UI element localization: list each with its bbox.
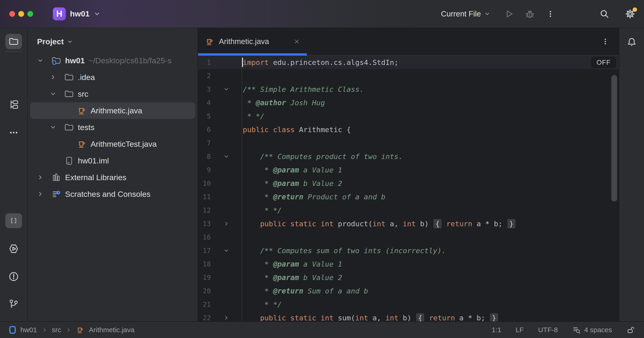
run-configuration-selector[interactable]: Current File <box>441 10 490 18</box>
indent-widget[interactable]: 4 spaces <box>572 325 612 334</box>
java-class-icon <box>75 139 88 149</box>
project-widget[interactable]: H hw01 <box>53 8 100 21</box>
minimize-window-button[interactable] <box>18 11 24 17</box>
tree-row-src[interactable]: src <box>30 86 195 102</box>
chevron-right-icon[interactable] <box>37 174 50 181</box>
code-line-13[interactable]: 13 public static int product(int a, int … <box>198 217 619 230</box>
tree-row-hw01-iml[interactable]: hw01.iml <box>30 152 195 169</box>
structure-tool-window-button[interactable] <box>8 99 19 110</box>
debug-icon[interactable] <box>524 9 535 19</box>
code-line-5[interactable]: 5 * */ <box>198 109 619 123</box>
code-line-22[interactable]: 22 public static int sum(int a, int b) {… <box>198 311 619 321</box>
code-line-6[interactable]: 6public class Arithmetic { <box>198 123 619 136</box>
fold-down-icon[interactable] <box>211 150 242 163</box>
code-line-text: * @param a Value 1 <box>242 257 619 271</box>
close-icon[interactable] <box>294 38 300 45</box>
code-line-9[interactable]: 9 * @param a Value 1 <box>198 163 619 177</box>
breadcrumb-project[interactable]: hw01 <box>20 326 37 334</box>
code-token: @param <box>273 179 299 188</box>
project-panel-header[interactable]: Project <box>37 37 198 46</box>
folded-region-marker[interactable]: } <box>507 219 516 228</box>
more-tool-windows-button[interactable] <box>8 128 19 138</box>
code-line-21[interactable]: 21 * */ <box>198 298 619 311</box>
notifications-bell-icon[interactable] <box>626 37 637 48</box>
code-token: * <box>243 260 273 268</box>
close-window-button[interactable] <box>9 11 15 17</box>
fold-right-icon[interactable] <box>211 217 242 230</box>
folded-region-marker[interactable]: } <box>490 313 498 321</box>
code-line-text: /** Computes sum of two ints (incorrectl… <box>242 244 619 257</box>
code-line-20[interactable]: 20 * @return Sum of a and b <box>198 284 619 298</box>
breadcrumb-file[interactable]: Arithmetic.java <box>89 326 134 334</box>
code-line-2[interactable]: 2 <box>198 69 619 83</box>
project-tool-window-button[interactable] <box>5 34 22 49</box>
code-line-11[interactable]: 11 * @return Product of a and b <box>198 190 619 204</box>
tree-row-scratches-and-consoles[interactable]: Scratches and Consoles <box>30 186 195 202</box>
code-line-17[interactable]: 17 /** Computes sum of two ints (incorre… <box>198 244 619 257</box>
tree-row-arithmetictest-java[interactable]: ArithmeticTest.java <box>30 136 195 152</box>
code-line-10[interactable]: 10 * @param b Value 2 <box>198 177 619 190</box>
code-token: a * b; <box>472 220 507 228</box>
tree-item-label: hw01 <box>65 56 85 65</box>
code-line-19[interactable]: 19 * @param b Value 2 <box>198 271 619 284</box>
tree-row-external-libraries[interactable]: External Libraries <box>30 169 195 186</box>
highlighting-off-badge[interactable]: OFF <box>591 57 616 68</box>
code-token: @param <box>273 166 299 174</box>
services-tool-window-button[interactable] <box>8 243 19 254</box>
folded-region-marker[interactable]: { <box>416 313 424 321</box>
line-number: 7 <box>198 136 211 150</box>
file-lock-icon[interactable] <box>626 326 635 334</box>
search-everywhere-icon[interactable] <box>599 9 610 19</box>
tree-row-arithmetic-java[interactable]: Arithmetic.java <box>30 102 195 119</box>
problems-tool-window-button[interactable] <box>8 271 19 282</box>
chevron-right-icon[interactable] <box>50 74 62 81</box>
folded-region-marker[interactable]: { <box>434 219 442 228</box>
chevron-down-icon[interactable] <box>50 124 62 131</box>
chevron-down-icon[interactable] <box>37 57 50 64</box>
more-actions-icon[interactable] <box>546 9 555 19</box>
code-line-16[interactable]: 16 <box>198 230 619 244</box>
code-token: import <box>243 58 269 67</box>
caret-position-widget[interactable]: 1:1 <box>492 326 501 334</box>
code-line-text: * @param b Value 2 <box>242 177 619 190</box>
code-line-1[interactable]: 1import edu.princeton.cs.algs4.StdIn;OFF <box>198 56 619 69</box>
gutter-spacer <box>211 56 242 69</box>
version-control-tool-window-button[interactable] <box>8 298 19 309</box>
code-line-7[interactable]: 7 <box>198 136 619 150</box>
active-tab-indicator <box>198 53 307 56</box>
breadcrumb-src[interactable]: src <box>52 326 61 334</box>
code-line-text: public class Arithmetic { <box>242 123 619 136</box>
editor-scrollbar[interactable] <box>611 75 617 201</box>
code-line-18[interactable]: 18 * @param a Value 1 <box>198 257 619 271</box>
stripe-divider <box>5 51 23 52</box>
folder-icon <box>62 89 76 99</box>
chevron-right-icon[interactable] <box>37 191 50 197</box>
tree-row-tests[interactable]: tests <box>30 119 195 136</box>
code-line-8[interactable]: 8 /** Computes product of two ints. <box>198 150 619 163</box>
fold-right-icon[interactable] <box>211 311 242 321</box>
zoom-window-button[interactable] <box>27 11 33 17</box>
code-token: @return <box>273 193 304 201</box>
code-line-text: * @param a Value 1 <box>242 163 619 177</box>
tab-options-icon[interactable] <box>601 37 610 46</box>
encoding-widget[interactable]: UTF-8 <box>538 326 558 334</box>
tree-row-hw01[interactable]: hw01~/Desktop/cs61b/fa25-s <box>30 52 195 69</box>
fold-down-icon[interactable] <box>211 83 242 96</box>
run-icon[interactable] <box>503 9 514 19</box>
code-line-4[interactable]: 4 * @author Josh Hug <box>198 96 619 109</box>
git-branch-icon <box>8 298 19 309</box>
fold-down-icon[interactable] <box>211 244 242 257</box>
editor-tab-bar: Arithmetic.java <box>198 28 619 56</box>
code-line-12[interactable]: 12 * */ <box>198 204 619 217</box>
settings-gear-icon[interactable] <box>624 8 636 20</box>
chevron-down-icon <box>484 11 490 17</box>
chevron-down-icon[interactable] <box>50 91 62 97</box>
code-line-3[interactable]: 3/** Simple Arithmetic Class. <box>198 83 619 96</box>
tree-row--idea[interactable]: .idea <box>30 69 195 86</box>
code-token: int <box>403 220 416 228</box>
code-editor[interactable]: 1import edu.princeton.cs.algs4.StdIn;OFF… <box>198 56 619 321</box>
line-number: 9 <box>198 163 211 177</box>
bracket-tool-button[interactable] <box>5 213 22 228</box>
tab-arithmetic-java[interactable]: Arithmetic.java <box>198 28 307 55</box>
line-ending-widget[interactable]: LF <box>516 326 524 334</box>
